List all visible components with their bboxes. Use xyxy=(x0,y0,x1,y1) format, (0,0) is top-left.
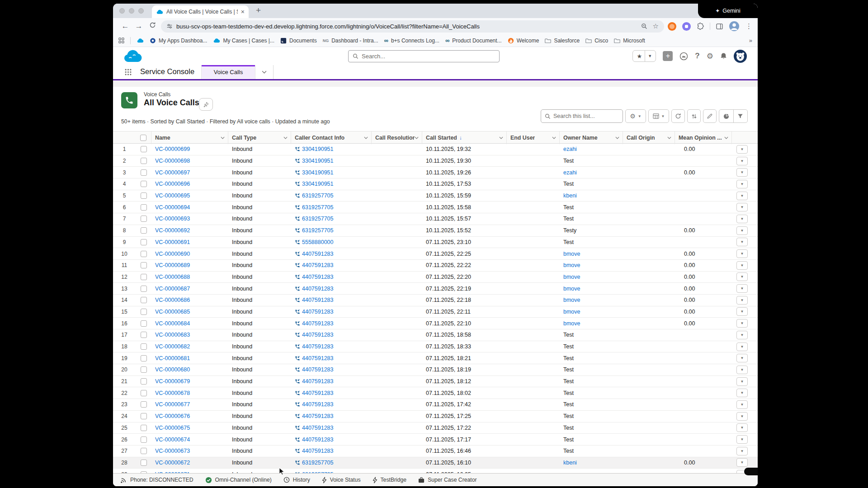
row-actions-button[interactable]: ▼ xyxy=(736,203,748,211)
row-checkbox[interactable] xyxy=(141,158,147,164)
row-checkbox[interactable] xyxy=(141,343,147,350)
row-checkbox[interactable] xyxy=(141,355,147,361)
owner-name[interactable]: bmove xyxy=(563,262,580,268)
caller-number-link[interactable]: 6319257705 xyxy=(302,471,334,473)
caller-number-link[interactable]: 4407591283 xyxy=(302,343,334,350)
new-tab-button[interactable]: + xyxy=(256,5,261,15)
caller-number-link[interactable]: 4407591283 xyxy=(302,366,334,373)
global-search-box[interactable] xyxy=(348,50,500,62)
voice-call-link[interactable]: VC-00000684 xyxy=(155,320,190,327)
workspace-tab-caret[interactable] xyxy=(255,65,274,79)
workspace-tab-voice-calls[interactable]: Voice Calls xyxy=(201,65,255,79)
row-actions-button[interactable]: ▼ xyxy=(736,377,748,386)
column-header[interactable]: Call Origin ↓ xyxy=(623,131,675,144)
row-actions-button[interactable]: ▼ xyxy=(736,249,748,258)
voice-call-link[interactable]: VC-00000681 xyxy=(155,355,190,361)
voice-call-link[interactable]: VC-00000694 xyxy=(155,204,190,211)
bookmark-star-icon[interactable]: ☆ xyxy=(653,22,659,30)
sort-button[interactable] xyxy=(687,109,701,123)
utility-item[interactable]: Super Case Creator xyxy=(418,477,476,483)
caller-number-link[interactable]: 6319257705 xyxy=(302,227,334,234)
bookmark-item[interactable]: My Apps Dashboa... xyxy=(150,38,207,44)
list-view-controls-button[interactable]: ⚙ ▼ xyxy=(625,109,646,123)
side-panel-icon[interactable] xyxy=(716,23,723,29)
help-icon[interactable]: ? xyxy=(695,52,699,61)
zoom-window-button[interactable] xyxy=(138,8,144,14)
voice-call-link[interactable]: VC-00000676 xyxy=(155,413,190,419)
chevron-down-icon[interactable] xyxy=(724,136,728,139)
row-checkbox[interactable] xyxy=(141,390,147,396)
row-actions-button[interactable]: ▼ xyxy=(736,261,748,270)
voice-call-link[interactable]: VC-00000672 xyxy=(155,460,190,466)
caller-number-link[interactable]: 6319257705 xyxy=(302,216,334,222)
extension-orange-icon[interactable] xyxy=(668,22,676,31)
row-checkbox[interactable] xyxy=(141,146,147,152)
row-actions-button[interactable]: ▼ xyxy=(736,435,748,444)
row-checkbox[interactable] xyxy=(141,332,147,338)
row-actions-button[interactable]: ▼ xyxy=(736,272,748,281)
owner-name[interactable]: bmove xyxy=(563,286,580,292)
minimize-window-button[interactable] xyxy=(129,8,134,14)
row-checkbox[interactable] xyxy=(141,286,147,292)
extension-purple-icon[interactable] xyxy=(682,22,691,31)
caller-number-link[interactable]: 3304190951 xyxy=(302,181,334,187)
voice-call-link[interactable]: VC-00000671 xyxy=(155,471,190,473)
list-view-title[interactable]: All Voice Calls xyxy=(144,98,199,108)
row-checkbox[interactable] xyxy=(141,181,147,187)
profile-avatar[interactable] xyxy=(729,21,740,32)
bookmark-item[interactable] xyxy=(137,38,144,43)
caller-number-link[interactable]: 6319257705 xyxy=(302,460,334,466)
owner-name[interactable]: ezahi xyxy=(563,169,577,176)
row-checkbox[interactable] xyxy=(141,471,147,473)
chevron-down-icon[interactable] xyxy=(221,136,225,139)
voice-call-link[interactable]: VC-00000678 xyxy=(155,390,190,396)
bookmark-item[interactable]: Welcome xyxy=(508,38,539,44)
bookmark-item[interactable]: Salesforce xyxy=(545,38,580,44)
chevron-down-icon[interactable] xyxy=(615,136,619,139)
pin-list-button[interactable] xyxy=(199,98,213,111)
user-avatar[interactable] xyxy=(734,50,747,63)
caller-number-link[interactable]: 4407591283 xyxy=(302,251,334,257)
global-actions-icon[interactable]: + xyxy=(663,51,673,61)
bookmark-item[interactable]: Cisco xyxy=(585,38,608,44)
setup-gear-icon[interactable]: ⚙ xyxy=(707,52,713,61)
gemini-button[interactable]: ✦ Gemini xyxy=(698,4,758,18)
chevron-down-icon[interactable] xyxy=(499,136,503,139)
extensions-puzzle-icon[interactable] xyxy=(697,23,704,30)
bookmark-item[interactable]: Microsoft xyxy=(614,38,645,44)
close-tab-icon[interactable]: × xyxy=(241,9,245,15)
row-actions-button[interactable]: ▼ xyxy=(736,226,748,235)
owner-name[interactable]: bmove xyxy=(563,251,580,257)
caller-number-link[interactable]: 4407591283 xyxy=(302,262,334,268)
row-actions-button[interactable]: ▼ xyxy=(736,366,748,374)
filter-button[interactable] xyxy=(733,110,748,122)
voice-call-link[interactable]: VC-00000682 xyxy=(155,343,190,350)
row-actions-button[interactable]: ▼ xyxy=(736,157,748,165)
display-as-button[interactable]: ▼ xyxy=(648,109,669,123)
site-settings-icon[interactable] xyxy=(166,23,173,29)
chevron-down-icon[interactable] xyxy=(364,136,368,139)
caller-number-link[interactable]: 4407591283 xyxy=(302,274,334,280)
utility-item[interactable]: Omni-Channel (Online) xyxy=(205,477,272,483)
voice-call-link[interactable]: VC-00000679 xyxy=(155,378,190,385)
list-search-box[interactable] xyxy=(541,109,623,123)
charts-button[interactable] xyxy=(719,110,733,122)
voice-call-link[interactable]: VC-00000698 xyxy=(155,158,190,164)
row-checkbox[interactable] xyxy=(141,448,147,454)
refresh-button[interactable] xyxy=(671,109,685,123)
row-actions-button[interactable]: ▼ xyxy=(736,423,748,432)
row-checkbox[interactable] xyxy=(141,366,147,373)
voice-call-link[interactable]: VC-00000677 xyxy=(155,401,190,408)
row-actions-button[interactable]: ▼ xyxy=(736,284,748,293)
owner-name[interactable]: bmove xyxy=(563,274,580,280)
row-actions-button[interactable]: ▼ xyxy=(736,400,748,409)
browser-tab[interactable]: All Voice Calls | Voice Calls | S × xyxy=(152,5,249,18)
column-header[interactable]: Call Started ↓ xyxy=(422,131,507,144)
voice-call-link[interactable]: VC-00000699 xyxy=(155,146,190,152)
bookmark-item[interactable]: NG Dashboard - Intra... xyxy=(323,38,378,44)
caller-number-link[interactable]: 3304190951 xyxy=(302,146,334,152)
row-checkbox[interactable] xyxy=(141,401,147,408)
close-window-button[interactable] xyxy=(119,8,125,14)
forward-icon[interactable]: → xyxy=(132,22,146,31)
row-checkbox[interactable] xyxy=(141,460,147,466)
